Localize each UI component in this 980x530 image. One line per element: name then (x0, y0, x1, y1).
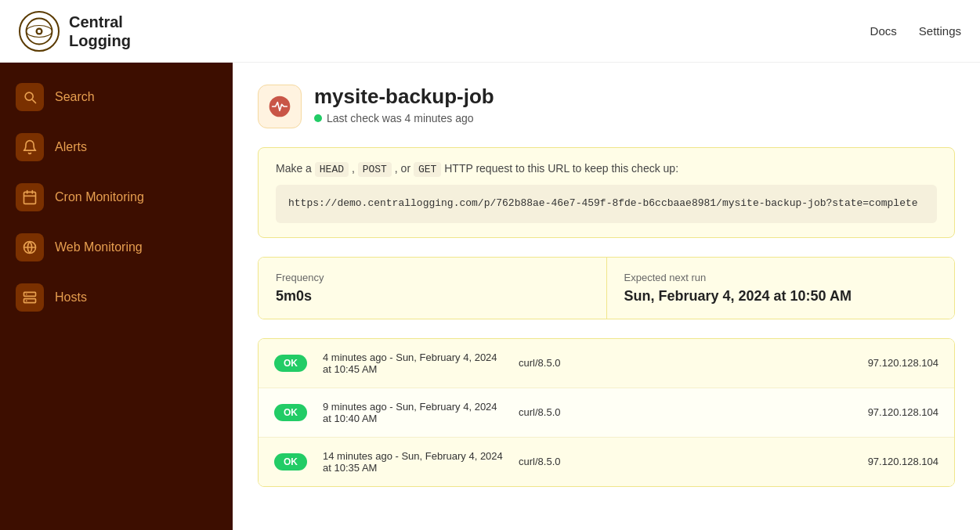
logo[interactable]: Central Logging (19, 11, 131, 52)
info-box: Make a HEAD , POST , or GET HTTP request… (258, 147, 955, 238)
log-row: OK 14 minutes ago - Sun, February 4, 202… (259, 438, 954, 486)
log-agent: curl/8.5.0 (519, 456, 597, 467)
settings-link[interactable]: Settings (919, 24, 961, 38)
log-agent: curl/8.5.0 (519, 406, 597, 418)
sidebar-item-web[interactable]: Web Monitoring (0, 222, 233, 272)
top-nav: Central Logging Docs Settings (0, 0, 980, 63)
frequency-value: 5m0s (276, 288, 589, 305)
page-title: mysite-backup-job (314, 85, 494, 109)
log-table: OK 4 minutes ago - Sun, February 4, 2024… (258, 338, 955, 487)
sidebar-item-search-label: Search (55, 90, 95, 104)
svg-rect-9 (24, 292, 36, 296)
page-header-info: mysite-backup-job Last check was 4 minut… (314, 85, 494, 124)
main-content: mysite-backup-job Last check was 4 minut… (233, 63, 980, 530)
next-run-card: Expected next run Sun, February 4, 2024 … (606, 258, 955, 319)
ok-badge: OK (274, 453, 307, 471)
heartbeat-icon (267, 94, 292, 119)
svg-point-3 (38, 29, 42, 33)
next-run-value: Sun, February 4, 2024 at 10:50 AM (624, 288, 938, 305)
log-time: 4 minutes ago - Sun, February 4, 2024 at… (323, 352, 503, 375)
sidebar-item-web-label: Web Monitoring (55, 240, 143, 254)
log-time: 14 minutes ago - Sun, February 4, 2024 a… (323, 450, 503, 474)
svg-rect-10 (24, 299, 36, 303)
next-run-label: Expected next run (624, 272, 938, 283)
bell-icon (16, 133, 44, 161)
globe-icon (16, 233, 44, 261)
method-get: GET (414, 162, 441, 177)
main-layout: Search Alerts Cron Monitoring Web Monito… (0, 63, 980, 530)
page-header-icon (258, 85, 302, 128)
log-ip: 97.120.128.104 (868, 406, 938, 418)
log-agent: curl/8.5.0 (519, 357, 597, 369)
logo-svg (25, 17, 53, 45)
sidebar-item-cron[interactable]: Cron Monitoring (0, 172, 233, 222)
info-box-instruction: Make a HEAD , POST , or GET HTTP request… (276, 162, 937, 175)
log-ip: 97.120.128.104 (868, 357, 938, 369)
server-icon (16, 283, 44, 312)
page-subtitle: Last check was 4 minutes ago (314, 112, 494, 124)
docs-link[interactable]: Docs (870, 24, 897, 38)
sidebar: Search Alerts Cron Monitoring Web Monito… (0, 63, 233, 530)
svg-point-12 (26, 300, 27, 301)
ok-badge: OK (274, 355, 307, 372)
sidebar-item-hosts[interactable]: Hosts (0, 272, 233, 323)
sidebar-item-alerts[interactable]: Alerts (0, 122, 233, 172)
ok-badge: OK (274, 404, 307, 421)
nav-links: Docs Settings (870, 24, 961, 38)
stats-row: Frequency 5m0s Expected next run Sun, Fe… (258, 257, 955, 319)
frequency-label: Frequency (276, 272, 589, 283)
svg-point-11 (26, 294, 27, 295)
svg-rect-4 (24, 192, 36, 204)
method-post: POST (358, 162, 392, 177)
info-box-url[interactable]: https://demo.centrallogging.com/p/762b88… (276, 185, 937, 223)
search-icon (16, 83, 44, 111)
logo-icon (19, 11, 60, 52)
status-dot (314, 114, 322, 122)
log-row: OK 4 minutes ago - Sun, February 4, 2024… (259, 339, 954, 388)
sidebar-item-cron-label: Cron Monitoring (55, 190, 144, 204)
frequency-card: Frequency 5m0s (259, 258, 606, 319)
log-row: OK 9 minutes ago - Sun, February 4, 2024… (259, 388, 954, 438)
page-header: mysite-backup-job Last check was 4 minut… (258, 85, 955, 128)
log-time: 9 minutes ago - Sun, February 4, 2024 at… (323, 401, 503, 424)
log-ip: 97.120.128.104 (868, 456, 938, 467)
sidebar-item-alerts-label: Alerts (55, 140, 87, 154)
calendar-icon (16, 183, 44, 211)
method-head: HEAD (315, 162, 349, 177)
logo-text: Central Logging (69, 13, 131, 50)
sidebar-item-search[interactable]: Search (0, 72, 233, 122)
page-subtitle-text: Last check was 4 minutes ago (327, 112, 474, 124)
sidebar-item-hosts-label: Hosts (55, 290, 87, 305)
